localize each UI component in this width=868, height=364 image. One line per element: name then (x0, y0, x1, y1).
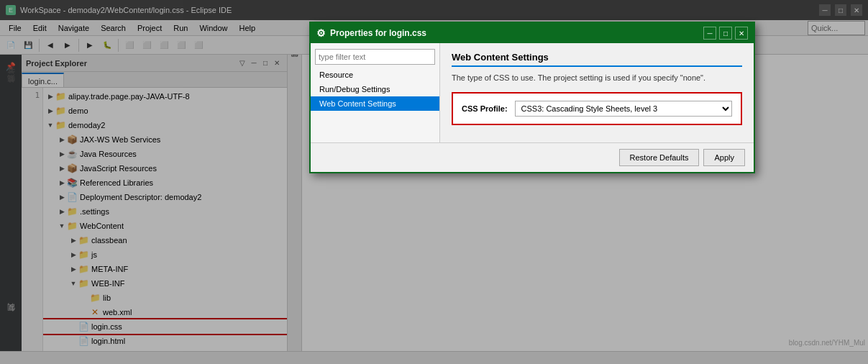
css-profile-row: CSS Profile: CSS3: Cascading Style Sheet… (462, 101, 732, 117)
dialog-nav-resource[interactable]: Resource (311, 68, 439, 82)
css-profile-box: CSS Profile: CSS3: Cascading Style Sheet… (452, 92, 742, 125)
dialog-nav: Resource Run/Debug Settings Web Content … (311, 43, 440, 142)
restore-defaults-button[interactable]: Restore Defaults (619, 149, 700, 166)
dialog-nav-webcontent[interactable]: Web Content Settings (311, 96, 439, 111)
dialog-body: Resource Run/Debug Settings Web Content … (311, 43, 754, 142)
dialog-description: The type of CSS to use. The project sett… (452, 73, 742, 83)
dialog-filter-input[interactable] (315, 49, 435, 65)
apply-button[interactable]: Apply (703, 149, 745, 166)
dialog-title-icon: ⚙ (316, 27, 326, 39)
dialog-minimize-btn[interactable]: ─ (703, 27, 716, 40)
properties-dialog: ⚙ Properties for login.css ─ □ ✕ Resourc… (309, 22, 755, 173)
css-profile-select[interactable]: CSS3: Cascading Style Sheets, level 3 CS… (515, 101, 732, 117)
css-profile-label: CSS Profile: (462, 104, 508, 113)
modal-overlay: ⚙ Properties for login.css ─ □ ✕ Resourc… (0, 0, 868, 364)
dialog-title-bar: ⚙ Properties for login.css ─ □ ✕ (311, 23, 754, 43)
dialog-nav-rundebug[interactable]: Run/Debug Settings (311, 82, 439, 96)
eclipse-ide: E WorkSpace - demoday2/WebContent/login.… (0, 0, 868, 364)
dialog-close-btn[interactable]: ✕ (735, 27, 748, 40)
dialog-title-controls: ─ □ ✕ (703, 27, 748, 40)
dialog-section-title: Web Content Settings (452, 52, 742, 67)
dialog-maximize-btn[interactable]: □ (719, 27, 732, 40)
dialog-content: Web Content Settings The type of CSS to … (440, 43, 754, 142)
dialog-title-text: Properties for login.css (330, 28, 703, 38)
dialog-footer: Restore Defaults Apply (311, 142, 754, 172)
